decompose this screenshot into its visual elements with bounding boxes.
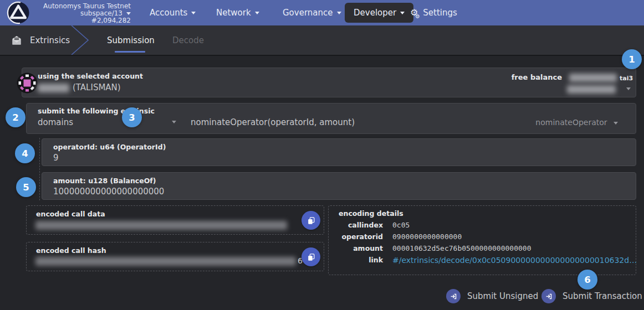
- chevron-down-icon: [337, 12, 341, 14]
- params-guide-line: [39, 138, 40, 200]
- menu-settings[interactable]: ⚙⚙ Settings: [410, 0, 457, 25]
- detail-key: operatorid: [339, 232, 383, 241]
- free-balance-value-redacted: [569, 74, 617, 82]
- submit-unsigned-label: Submit Unsigned: [467, 291, 538, 301]
- param-amount-field[interactable]: amount: u128 (BalanceOf) 100000000000000…: [42, 172, 636, 200]
- balance-unit: tai3: [620, 75, 633, 82]
- annotation-step-4: 4: [15, 143, 35, 163]
- submit-transaction-label: Submit Transaction: [563, 291, 642, 301]
- detail-row-link: link #/extrinsics/decode/0x0c05090000000…: [329, 256, 636, 266]
- chevron-down-icon: [255, 12, 259, 14]
- menu-developer[interactable]: Developer: [345, 3, 413, 23]
- tab-decode[interactable]: Decode: [172, 25, 204, 55]
- annotation-step-2: 2: [6, 107, 25, 127]
- detail-key: amount: [339, 244, 383, 252]
- detail-row-callindex: callindex 0c05: [329, 221, 636, 231]
- encoded-call-data-label: encoded call data: [36, 210, 105, 218]
- menu-accounts-label: Accounts: [150, 8, 187, 18]
- detail-row-operatorid: operatorid 0900000000000000: [329, 232, 636, 242]
- param-operatorid-value: 9: [53, 153, 59, 163]
- sign-in-icon: [541, 289, 556, 303]
- tab-bar: Extrinsics Submission Decode: [0, 25, 644, 56]
- section-title-label: Extrinsics: [30, 35, 70, 45]
- encoded-call-hash-label: encoded call hash: [36, 246, 106, 255]
- account-name-suffix: (TALISMAN): [73, 82, 121, 92]
- section-title: Extrinsics: [11, 25, 70, 55]
- extrinsic-card: submit the following extrinsic domains n…: [26, 103, 636, 134]
- menu-accounts[interactable]: Accounts: [150, 0, 196, 25]
- menu-network-label: Network: [216, 8, 251, 18]
- account-label: using the selected account: [38, 72, 143, 80]
- gear-icon: ⚙⚙: [410, 8, 418, 17]
- copy-icon: [307, 253, 315, 261]
- annotation-step-5: 5: [16, 177, 36, 197]
- sign-in-icon: [446, 289, 461, 303]
- encoded-call-hash-redacted: [35, 257, 296, 266]
- menu-governance-label: Governance: [283, 8, 333, 18]
- account-card: using the selected account (TALISMAN) fr…: [22, 68, 636, 97]
- account-select-chevron-icon[interactable]: [626, 87, 631, 90]
- encoded-call-hash-box: encoded call hash 6: [26, 242, 324, 271]
- tab-submission-label: Submission: [107, 35, 155, 45]
- free-balance-label: free balance: [499, 73, 562, 81]
- autonomys-logo-icon[interactable]: [7, 1, 30, 24]
- menu-settings-label: Settings: [423, 8, 457, 18]
- submit-transaction-button[interactable]: Submit Transaction: [541, 289, 642, 303]
- active-tab-underline: [115, 51, 145, 53]
- detail-value: 0c05: [392, 221, 410, 229]
- account-select-value-redacted: [567, 85, 616, 94]
- detail-row-amount: amount 000010632d5ec76b0500000000000000: [329, 244, 636, 254]
- section-select[interactable]: domains: [38, 117, 73, 127]
- method-quick-select[interactable]: nominateOperator: [535, 118, 618, 127]
- menu-network[interactable]: Network: [216, 0, 259, 25]
- annotation-step-1: 1: [622, 49, 642, 69]
- param-operatorid-label: operatorId: u64 (OperatorId): [53, 143, 166, 151]
- encoded-call-data-box: encoded call data: [26, 205, 324, 235]
- account-name-redacted: [38, 84, 69, 92]
- tab-submission[interactable]: Submission: [107, 25, 155, 55]
- menu-developer-label: Developer: [354, 8, 396, 18]
- method-quick-select-label: nominateOperator: [535, 118, 607, 127]
- detail-key: link: [339, 256, 383, 264]
- param-operatorid-field[interactable]: operatorId: u64 (OperatorId) 9: [42, 138, 636, 166]
- menu-governance[interactable]: Governance: [283, 0, 341, 25]
- copy-call-hash-button[interactable]: [301, 247, 320, 266]
- chevron-down-icon: [614, 122, 618, 125]
- extrinsics-submission-page: Autonomys Taurus Testnet subspace/13 #2,…: [0, 0, 644, 310]
- envelope-open-icon: [11, 35, 22, 46]
- detail-key: callindex: [339, 221, 383, 229]
- annotation-step-3: 3: [122, 107, 142, 127]
- submit-unsigned-button[interactable]: Submit Unsigned: [446, 289, 538, 303]
- detail-value: 0900000000000000: [392, 232, 462, 241]
- block-number: #2,094,282: [37, 17, 131, 24]
- chevron-down-icon: [191, 12, 196, 14]
- top-nav: Autonomys Taurus Testnet subspace/13 #2,…: [0, 0, 644, 25]
- chevron-down-icon: [400, 12, 405, 14]
- copy-icon: [307, 216, 315, 225]
- copy-call-data-button[interactable]: [301, 211, 320, 230]
- chain-selector[interactable]: Autonomys Taurus Testnet subspace/13 #2,…: [37, 3, 131, 24]
- method-select[interactable]: nominateOperator(operatorId, amount): [191, 117, 355, 127]
- breadcrumb-chevron-icon: [70, 25, 90, 57]
- encoding-details-title: encoding details: [339, 209, 403, 218]
- annotation-step-6: 6: [577, 270, 597, 290]
- encoded-call-data-redacted: [35, 221, 287, 230]
- param-amount-value: 100000000000000000000: [53, 187, 164, 197]
- decode-link[interactable]: #/extrinsics/decode/0x0c0509000000000000…: [392, 256, 637, 265]
- param-amount-label: amount: u128 (BalanceOf): [53, 177, 156, 185]
- tab-decode-label: Decode: [172, 35, 204, 45]
- section-select-chevron-icon[interactable]: [172, 121, 176, 123]
- account-identicon[interactable]: [17, 73, 38, 94]
- encoding-details-box: encoding details callindex 0c05 operator…: [328, 205, 636, 275]
- chevron-down-icon: [126, 12, 131, 15]
- detail-value: 000010632d5ec76b0500000000000000: [392, 244, 531, 252]
